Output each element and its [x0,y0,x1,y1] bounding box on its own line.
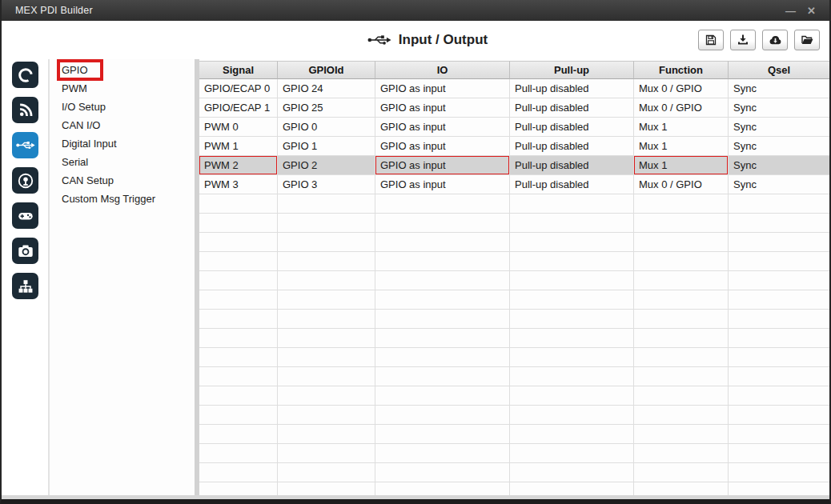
table-header: Signal GPIOId IO Pull-up Function Qsel [199,61,829,79]
cell-function[interactable]: Mux 0 / GPIO [634,98,729,118]
sidebar-item-broadcast[interactable] [12,167,38,194]
cell-gpioid[interactable]: GPIO 0 [278,118,375,137]
table-row[interactable]: PWM 1 GPIO 1 GPIO as input Pull-up disab… [199,137,829,156]
sidebar-item-gauge[interactable] [12,62,38,88]
menu-item-io-setup[interactable]: I/O Setup [50,98,195,116]
cell-io[interactable]: GPIO as input [375,79,510,98]
empty-table-row [199,194,829,214]
titlebar: MEX PDI Builder — ✕ [2,0,829,21]
gamepad-icon [17,207,34,225]
usb-icon [16,140,35,150]
empty-table-row [199,233,829,252]
section-menu: GPIO PWM I/O Setup CAN I/O Digital Input… [48,59,197,495]
empty-table-row [199,367,829,386]
save-button[interactable] [698,30,724,50]
page-header: Input / Output [2,21,829,59]
cell-pullup[interactable]: Pull-up disabled [510,98,634,118]
menu-item-label: Digital Input [62,138,117,150]
menu-item-label: CAN I/O [62,119,100,131]
cell-pullup[interactable]: Pull-up disabled [510,156,634,175]
sidebar-item-gamepad[interactable] [12,202,38,229]
rss-icon [17,102,34,119]
sidebar-item-camera[interactable] [12,238,38,264]
empty-table-row [199,406,829,425]
cell-qsel[interactable]: Sync [729,175,829,194]
menu-item-label: Serial [62,156,88,168]
menu-item-label: Custom Msg Trigger [62,193,155,205]
cell-io[interactable]: GPIO as input [375,137,510,156]
menu-item-label: I/O Setup [62,101,106,113]
cell-signal[interactable]: PWM 3 [199,175,278,194]
cell-gpioid[interactable]: GPIO 2 [278,156,375,175]
cell-function[interactable]: Mux 1 [634,118,729,137]
column-header-pullup[interactable]: Pull-up [510,61,634,79]
table-row[interactable]: PWM 3 GPIO 3 GPIO as input Pull-up disab… [199,175,829,194]
usb-icon [367,34,391,46]
cell-qsel[interactable]: Sync [729,137,829,156]
cell-pullup[interactable]: Pull-up disabled [510,175,634,194]
cell-signal[interactable]: PWM 1 [199,137,278,156]
sidebar-item-input-output[interactable] [12,132,38,158]
cell-function[interactable]: Mux 0 / GPIO [634,175,729,194]
column-header-gpioid[interactable]: GPIOId [278,61,375,79]
table-row[interactable]: GPIO/ECAP 1 GPIO 25 GPIO as input Pull-u… [199,98,829,118]
cloud-download-button[interactable] [762,30,788,50]
cell-gpioid[interactable]: GPIO 3 [278,175,375,194]
cell-signal[interactable]: PWM 0 [199,118,278,137]
cell-io[interactable]: GPIO as input [375,118,510,137]
download-button[interactable] [730,30,756,50]
column-header-io[interactable]: IO [375,61,510,79]
icon-rail [2,59,48,495]
main-area: GPIO PWM I/O Setup CAN I/O Digital Input… [2,59,829,495]
column-header-signal[interactable]: Signal [199,61,278,79]
column-header-qsel[interactable]: Qsel [729,61,829,79]
cell-gpioid[interactable]: GPIO 1 [278,137,375,156]
cell-io[interactable]: GPIO as input [375,98,510,118]
sitemap-icon [17,278,34,295]
menu-item-pwm[interactable]: PWM [50,79,195,98]
sidebar-item-sitemap[interactable] [12,273,38,299]
cell-function[interactable]: Mux 1 [634,137,729,156]
empty-table-row [199,290,829,310]
cell-gpioid[interactable]: GPIO 24 [278,79,375,98]
cell-qsel[interactable]: Sync [729,79,829,98]
empty-table-row [199,252,829,271]
menu-item-digital-input[interactable]: Digital Input [50,134,195,153]
page-title: Input / Output [399,32,488,48]
menu-item-serial[interactable]: Serial [50,153,195,171]
menu-item-can-setup[interactable]: CAN Setup [50,171,195,190]
cell-io[interactable]: GPIO as input [375,156,510,175]
empty-table-row [199,444,829,463]
gauge-icon [17,66,34,84]
cell-io[interactable]: GPIO as input [375,175,510,194]
cloud-download-icon [769,34,782,46]
cell-pullup[interactable]: Pull-up disabled [510,79,634,98]
menu-item-custom-msg-trigger[interactable]: Custom Msg Trigger [50,190,195,208]
cell-signal[interactable]: PWM 2 [199,156,278,175]
table-row[interactable]: PWM 0 GPIO 0 GPIO as input Pull-up disab… [199,118,829,137]
table-row-selected[interactable]: PWM 2 GPIO 2 GPIO as input Pull-up disab… [199,156,829,175]
window-bottom-strip [2,495,829,499]
cell-pullup[interactable]: Pull-up disabled [510,118,634,137]
column-header-function[interactable]: Function [634,61,729,79]
cell-signal[interactable]: GPIO/ECAP 0 [199,79,278,98]
empty-table-row [199,214,829,233]
cell-qsel[interactable]: Sync [729,98,829,118]
menu-item-gpio[interactable]: GPIO [50,61,195,79]
cell-pullup[interactable]: Pull-up disabled [510,137,634,156]
table-row[interactable]: GPIO/ECAP 0 GPIO 24 GPIO as input Pull-u… [199,79,829,98]
menu-item-can-io[interactable]: CAN I/O [50,116,195,134]
save-icon [705,34,717,46]
cell-function[interactable]: Mux 1 [634,156,729,175]
cell-function[interactable]: Mux 0 / GPIO [634,79,729,98]
open-folder-icon [801,34,814,46]
cell-qsel[interactable]: Sync [729,118,829,137]
open-folder-button[interactable] [794,30,820,50]
cell-qsel[interactable]: Sync [729,156,829,175]
download-icon [737,34,749,46]
sidebar-item-rss[interactable] [12,97,38,123]
minimize-button[interactable]: — [780,5,801,17]
close-button[interactable]: ✕ [801,5,821,17]
cell-signal[interactable]: GPIO/ECAP 1 [199,98,278,118]
cell-gpioid[interactable]: GPIO 25 [278,98,375,118]
